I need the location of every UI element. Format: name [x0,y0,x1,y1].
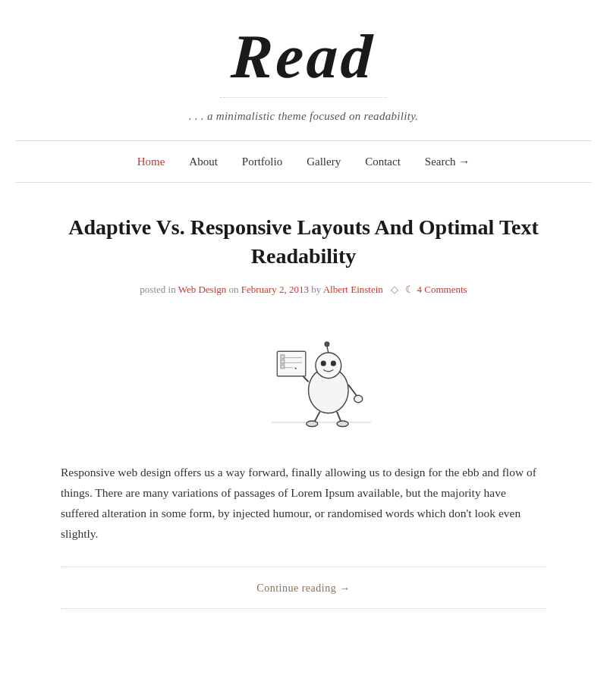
post-meta: posted in Web Design on February 2, 2013… [61,282,546,298]
post-comments-count: 4 Comments [417,284,467,295]
continue-reading-section: Continue reading → [61,567,546,609]
svg-point-10 [354,395,363,402]
svg-point-2 [316,353,341,378]
site-nav: Home About Portfolio Gallery Contact Sea… [15,140,592,183]
nav-item-search[interactable]: Search → [425,152,470,171]
svg-rect-21 [281,365,285,369]
site-tagline: . . . a minimalistic theme focused on re… [15,107,592,125]
site-title-text: Read [230,23,377,91]
post-author-link[interactable]: Albert Einstein [323,284,383,295]
post-meta-by: by [311,284,323,295]
nav-link-contact[interactable]: Contact [365,155,401,168]
svg-line-9 [348,385,357,396]
site-title: Read [15,23,592,91]
post-category-link[interactable]: Web Design [178,284,227,295]
nav-link-home[interactable]: Home [137,155,165,168]
robot-illustration [216,319,391,433]
nav-link-search[interactable]: Search → [425,155,470,168]
post-meta-on: on [229,284,241,295]
nav-link-gallery[interactable]: Gallery [307,155,341,168]
post-date-link[interactable]: February 2, 2013 [241,284,309,295]
site-header: Read . . . a minimalistic theme focused … [0,0,607,125]
comment-bubble-icon: ☾ [405,284,414,295]
post-comments-link[interactable]: ☾ 4 Comments [405,284,467,295]
post-meta-comment-spacer: ◇ [385,284,403,295]
nav-item-home[interactable]: Home [137,152,165,171]
post-title: Adaptive Vs. Responsive Layouts And Opti… [61,213,546,271]
svg-point-4 [325,342,329,347]
nav-item-gallery[interactable]: Gallery [307,152,341,171]
nav-item-about[interactable]: About [189,152,218,171]
header-divider [220,97,387,98]
post-image [61,319,546,439]
svg-point-5 [321,361,326,366]
svg-line-3 [327,347,329,353]
svg-line-11 [314,412,320,422]
nav-item-contact[interactable]: Contact [365,152,401,171]
svg-rect-19 [281,355,285,359]
nav-link-portfolio[interactable]: Portfolio [242,155,282,168]
main-content: Adaptive Vs. Responsive Layouts And Opti… [0,183,607,639]
page-wrapper: Read . . . a minimalistic theme focused … [0,0,607,639]
svg-rect-20 [281,360,285,364]
svg-point-6 [332,361,336,366]
continue-reading-link[interactable]: Continue reading → [256,582,350,594]
svg-point-13 [307,421,318,427]
nav-link-about[interactable]: About [189,155,218,168]
nav-item-portfolio[interactable]: Portfolio [242,152,282,171]
svg-point-14 [337,421,348,427]
post-excerpt: Responsive web design offers us a way fo… [61,462,546,545]
post-meta-prefix: posted in [140,284,175,295]
nav-list: Home About Portfolio Gallery Contact Sea… [15,152,592,171]
